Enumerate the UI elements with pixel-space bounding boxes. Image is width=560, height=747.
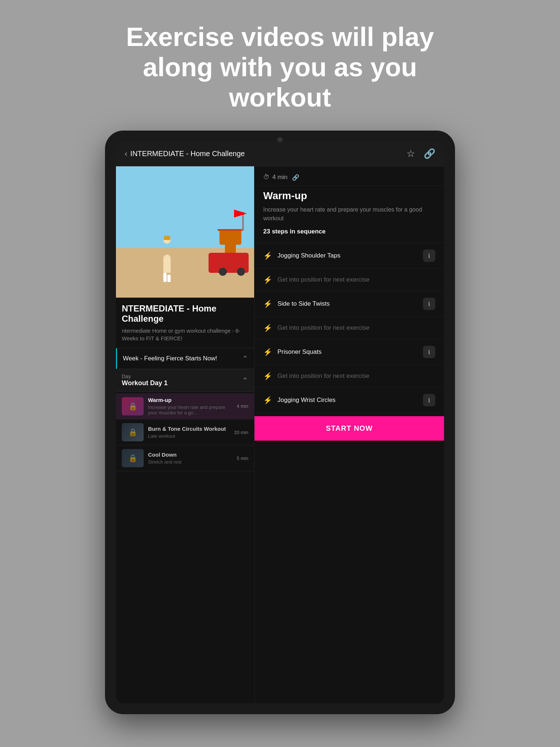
start-now-button[interactable]: START NOW [254,416,444,441]
list-item[interactable]: 🔒 Burn & Tone Circuits Workout Late work… [116,419,254,445]
camera-dot [277,137,283,142]
list-item[interactable]: 🔒 Warm-up Increase your heart rate and p… [116,393,254,419]
day-label: Day [122,374,168,379]
bolt-icon-t3: ⚡ [263,372,272,380]
item-duration-3: 5 min [237,456,248,461]
exercise-list: ⚡ Jogging Shoulder Taps ℹ ⚡ Get into pos… [254,243,444,441]
week-header[interactable]: Week - Feeling Fierce Starts Now! ⌃ [116,348,254,369]
info-button-2[interactable]: ℹ [423,298,435,310]
exercise-item-4[interactable]: ⚡ Jogging Wrist Circles ℹ [254,387,444,413]
list-item[interactable]: 🔒 Cool Down Stretch and rest 5 min [116,445,254,471]
workout-title-section: NTERMEDIATE - Home Challenge ntermediate… [116,298,254,348]
star-icon[interactable]: ☆ [407,148,415,159]
workout-items-list: 🔒 Warm-up Increase your heart rate and p… [116,392,254,473]
exercise-item-t2: ⚡ Get into position for next exercise [254,317,444,339]
exercise-item-t3: ⚡ Get into position for next exercise [254,365,444,387]
lock-icon-1: 🔒 [128,402,137,411]
header-title: INTERMEDIATE - Home Challenge [130,150,245,158]
exercise-header: Warm-up Increase your heart rate and pre… [254,186,444,243]
clock-icon: ⏱ [263,174,269,181]
bolt-icon-t2: ⚡ [263,324,272,332]
item-thumbnail-3: 🔒 [122,449,144,467]
tablet-screen: ‹ INTERMEDIATE - Home Challenge ☆ 🔗 [116,142,444,703]
headline: Exercise videos will play along with you… [116,22,444,112]
exercise-name-t2: Get into position for next exercise [277,324,435,332]
info-button-4[interactable]: ℹ [423,394,435,406]
duration-display: ⏱ 4 min [263,174,288,181]
info-button-1[interactable]: ℹ [423,249,435,262]
duration-value: 4 min [272,174,288,181]
screen-body: NTERMEDIATE - Home Challenge ntermediate… [116,166,444,703]
bolt-icon-t1: ⚡ [263,275,272,284]
exercise-name-3: Prisoner Squats [277,348,418,356]
item-name-1: Warm-up [148,397,232,403]
right-column: ⏱ 4 min 🔗 Warm-up Increase your heart ra… [254,166,444,703]
workout-title: NTERMEDIATE - Home Challenge [122,303,248,324]
item-info-1: Warm-up Increase your heart rate and pre… [148,397,232,415]
item-name-2: Burn & Tone Circuits Workout [148,426,230,432]
item-thumbnail-1: 🔒 [122,397,144,415]
exercise-name-2: Side to Side Twists [277,300,418,308]
day-chevron-icon: ⌃ [242,376,248,385]
bolt-icon-2: ⚡ [263,299,272,308]
item-desc-1: Increase your heart rate and prepare you… [148,405,232,415]
week-section: Week - Feeling Fierce Starts Now! ⌃ [116,348,254,369]
bolt-icon-4: ⚡ [263,396,272,405]
info-button-3[interactable]: ℹ [423,346,435,358]
workout-subtitle: ntermediate Home or gym workout challeng… [122,327,248,342]
item-info-3: Cool Down Stretch and rest [148,452,232,465]
exercise-item-t1: ⚡ Get into position for next exercise [254,269,444,291]
exercise-title: Warm-up [263,190,435,202]
link-icon[interactable]: 🔗 [424,148,435,159]
back-nav[interactable]: ‹ INTERMEDIATE - Home Challenge [125,149,245,159]
chevron-up-icon: ⌃ [242,354,248,363]
exercise-name-t3: Get into position for next exercise [277,372,435,380]
item-desc-2: Late workout [148,433,230,439]
tablet-frame: ‹ INTERMEDIATE - Home Challenge ☆ 🔗 [105,131,455,714]
week-header-text: Week - Feeling Fierce Starts Now! [123,355,217,362]
screen-header: ‹ INTERMEDIATE - Home Challenge ☆ 🔗 [116,142,444,166]
day-header[interactable]: Day Workout Day 1 ⌃ [116,369,254,391]
beach-scene [116,166,254,298]
exercise-item-3[interactable]: ⚡ Prisoner Squats ℹ [254,339,444,365]
exercise-name-t1: Get into position for next exercise [277,276,435,284]
exercise-meta: ⏱ 4 min 🔗 [254,166,444,186]
workout-image [116,166,254,298]
lock-icon-2: 🔒 [128,428,137,437]
exercise-description: Increase your heart rate and prepare you… [263,205,435,223]
back-arrow-icon: ‹ [125,149,127,159]
exercise-name-4: Jogging Wrist Circles [277,396,418,405]
item-duration-1: 4 min [237,403,248,409]
bolt-icon-3: ⚡ [263,348,272,356]
exercise-item-1[interactable]: ⚡ Jogging Shoulder Taps ℹ [254,243,444,269]
link-small-icon[interactable]: 🔗 [292,174,299,181]
item-thumbnail-2: 🔒 [122,423,144,441]
item-duration-2: 20 min [234,430,248,435]
exercise-item-2[interactable]: ⚡ Side to Side Twists ℹ [254,291,444,317]
left-column: NTERMEDIATE - Home Challenge ntermediate… [116,166,254,703]
day-title: Workout Day 1 [122,379,168,387]
item-desc-3: Stretch and rest [148,459,232,465]
item-name-3: Cool Down [148,452,232,458]
day-section: Day Workout Day 1 ⌃ [116,369,254,392]
item-info-2: Burn & Tone Circuits Workout Late workou… [148,426,230,439]
steps-label: 23 steps in sequence [263,228,435,235]
header-actions: ☆ 🔗 [407,148,435,159]
bolt-icon-1: ⚡ [263,251,272,260]
exercise-name-1: Jogging Shoulder Taps [277,252,418,260]
lock-icon-3: 🔒 [128,454,137,462]
